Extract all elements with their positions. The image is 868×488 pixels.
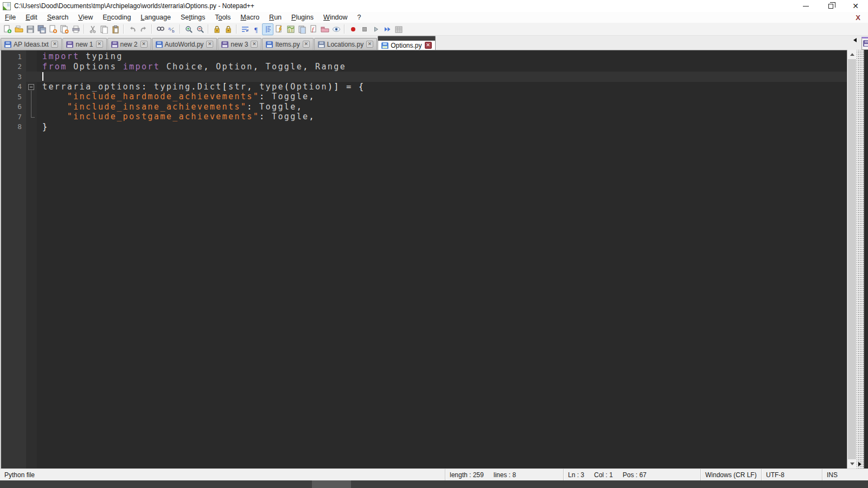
code-line-8[interactable]: 8} [1,122,847,132]
menu-settings[interactable]: Settings [176,12,210,22]
fold-margin-cell [26,52,37,62]
macro-record-icon[interactable] [347,23,359,35]
sync-horizontal-icon[interactable] [222,23,234,35]
indent-guide-icon[interactable] [262,23,273,35]
macro-stop-icon[interactable] [359,23,370,35]
zoom-in-icon[interactable] [183,23,194,35]
status-encoding-section[interactable]: UTF-8 [761,469,822,480]
tab-close-icon[interactable]: ✕ [425,42,432,49]
close-all-icon[interactable] [59,23,70,35]
toolbar-separator-5 [208,24,209,34]
tab-items-py[interactable]: Items.py✕ [262,38,313,50]
code-text: "include_hardmode_achievements": Toggle, [37,92,847,102]
fold-marker[interactable] [26,82,37,92]
close-button[interactable]: ✕ [843,0,868,12]
tab-label: new 2 [120,41,138,48]
monitoring-eye-icon[interactable] [330,23,342,35]
print-icon[interactable] [70,23,81,35]
menu-edit[interactable]: Edit [21,12,42,22]
scrollbar-thumb[interactable] [848,59,856,459]
save-all-icon[interactable] [36,23,47,35]
code-line-1[interactable]: 1import typing [1,52,847,62]
tab-locations-py[interactable]: Locations.py✕ [314,38,377,50]
tab-new-1[interactable]: new 1✕ [62,38,106,50]
close-icon[interactable] [47,23,59,35]
code-line-3[interactable]: 3 [1,72,847,82]
find-icon[interactable] [155,23,166,35]
menu-[interactable]: ? [353,12,366,22]
macro-play-icon[interactable] [370,23,381,35]
editor-pane[interactable]: 1import typing2from Options import Choic… [0,50,847,468]
tab-scroll-left-icon[interactable] [853,38,857,42]
macro-save-icon[interactable] [393,23,404,35]
tab-close-icon[interactable]: ✕ [51,41,58,48]
menu-tools[interactable]: Tools [210,12,235,22]
tab-close-icon[interactable]: ✕ [141,41,148,48]
editor-vertical-scrollbar[interactable] [847,50,857,468]
menu-macro[interactable]: Macro [235,12,264,22]
style-configurator-icon[interactable] [273,23,285,35]
menu-encoding[interactable]: Encoding [98,12,136,22]
menu-file[interactable]: File [0,12,21,22]
open-icon[interactable] [13,23,24,35]
save-icon[interactable] [24,23,36,35]
tab-close-icon[interactable]: ✕ [96,41,103,48]
document-map-icon[interactable] [285,23,296,35]
restore-button[interactable] [818,0,843,12]
second-view-mini-tab[interactable] [861,37,868,50]
code-line-4[interactable]: 4terraria_options: typing.Dict[str, type… [1,82,847,92]
close-document-x-button[interactable]: X [848,14,868,22]
macro-run-multiple-icon[interactable] [381,23,393,35]
menu-search[interactable]: Search [42,12,74,22]
code-line-2[interactable]: 2from Options import Choice, Option, Tog… [1,62,847,72]
function-list-icon[interactable]: f [308,23,319,35]
menu-run[interactable]: Run [264,12,286,22]
status-eol-section[interactable]: Windows (CR LF) [700,469,761,480]
fold-marker [26,92,37,102]
menu-window[interactable]: Window [318,12,352,22]
document-list-icon[interactable] [296,23,308,35]
minimize-button[interactable] [793,0,818,12]
tab-options-py[interactable]: Options.py✕ [378,36,435,50]
window-title: C:\Users\Dood\Documents\tmp\Archipelago\… [14,2,254,10]
redo-icon[interactable] [138,23,149,35]
tab-close-icon[interactable]: ✕ [366,41,373,48]
floppy-icon [863,40,868,47]
length-label: length : 259 [450,471,484,479]
tab-autoworld-py[interactable]: AutoWorld.py✕ [152,38,218,50]
tab-new-3[interactable]: new 3✕ [218,38,261,50]
menu-language[interactable]: Language [136,12,176,22]
paste-icon[interactable] [110,23,121,35]
scrollbar-down-arrow[interactable] [847,459,857,468]
new-file-icon[interactable] [2,23,13,35]
replace-icon[interactable]: ab [166,23,177,35]
tab-close-icon[interactable]: ✕ [206,41,213,48]
menu-view[interactable]: View [73,12,98,22]
zoom-out-icon[interactable] [194,23,206,35]
tab-close-icon[interactable]: ✕ [251,41,258,48]
tab-close-icon[interactable]: ✕ [303,41,310,48]
code-line-6[interactable]: 6 "include_insane_achievements": Toggle, [1,102,847,112]
sync-vertical-icon[interactable] [211,23,222,35]
copy-icon[interactable] [98,23,110,35]
tab-label: Items.py [275,41,299,48]
status-insert-mode[interactable]: INS [822,469,868,480]
cut-icon[interactable] [87,23,98,35]
view-splitter[interactable] [857,50,864,468]
menu-plugins[interactable]: Plugins [286,12,318,22]
code-line-5[interactable]: 5 "include_hardmode_achievements": Toggl… [1,92,847,102]
toolbar-separator-2 [123,24,124,34]
show-all-characters-icon[interactable]: ¶ [251,23,262,35]
tab-ap-ideas-txt[interactable]: AP Ideas.txt✕ [1,38,62,50]
code-line-7[interactable]: 7 "include_postgame_achievements": Toggl… [1,112,847,122]
code-text: terraria_options: typing.Dict[str, type(… [37,82,847,92]
scrollbar-up-arrow[interactable] [847,50,857,59]
undo-icon[interactable] [126,23,138,35]
tab-new-2[interactable]: new 2✕ [107,38,151,50]
menu-bar: FileEditSearchViewEncodingLanguageSettin… [0,12,868,23]
status-bar: Python file length : 259 lines : 8 Ln : … [0,468,868,480]
saved-floppy-icon [66,41,73,48]
fold-collapse-icon[interactable] [28,84,34,90]
folder-as-workspace-icon[interactable] [319,23,330,35]
word-wrap-icon[interactable] [239,23,251,35]
